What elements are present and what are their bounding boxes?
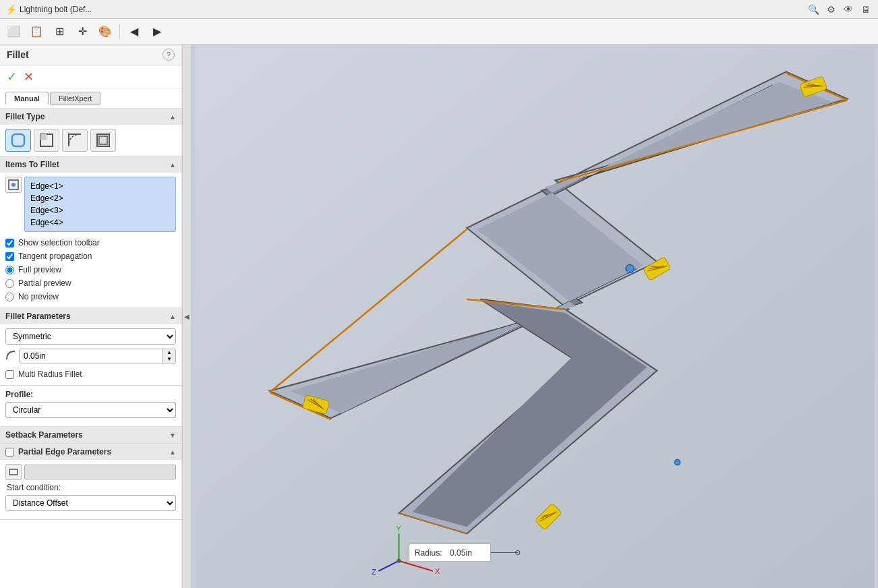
svg-text:Z: Z: [372, 568, 376, 576]
radius-input[interactable]: 0.05in: [19, 349, 163, 363]
edge-item-3[interactable]: Edge<4>: [28, 216, 173, 229]
next-btn[interactable]: ▶: [146, 22, 168, 42]
fillet-icon-0[interactable]: [5, 129, 31, 152]
toolbar: ⬜ 📋 ⊞ ✛ 🎨 ◀ ▶: [0, 19, 878, 45]
fillet-type-section: Fillet Type ▲: [0, 109, 181, 156]
search-icon[interactable]: 🔍: [807, 3, 820, 16]
no-preview-radio[interactable]: [5, 293, 14, 301]
edge-item-2[interactable]: Edge<3>: [28, 204, 173, 216]
partial-edge-content: Start condition: Distance Offset Vertex …: [0, 460, 181, 519]
edge-selector-icon[interactable]: [5, 177, 22, 193]
fillet-icon-2[interactable]: [62, 129, 88, 152]
radius-up[interactable]: ▲: [163, 349, 175, 356]
fillet-type-label: Fillet Type: [5, 112, 169, 121]
tab-row: Manual FilletXpert: [0, 89, 181, 109]
partial-input-row: [5, 464, 176, 480]
svg-rect-7: [9, 469, 18, 475]
svg-text:0.05in: 0.05in: [450, 548, 472, 558]
tangent-propagation-checkbox[interactable]: [5, 252, 14, 261]
profile-dropdown[interactable]: Circular Conic Rho Conic Radius Curvatur…: [5, 402, 176, 418]
fillet-type-dropdown[interactable]: Symmetric Asymmetric Variable Size Fille…: [5, 328, 176, 345]
edge-item-0[interactable]: Edge<1>: [28, 180, 173, 192]
partial-preview-label[interactable]: Partial preview: [18, 278, 71, 288]
tree-btn[interactable]: ⊞: [49, 22, 70, 42]
tangent-propagation-row: Tangent propagation: [5, 249, 176, 263]
partial-preview-row: Partial preview: [5, 276, 176, 290]
view-icon[interactable]: 👁: [842, 3, 855, 16]
fillet-icon-1[interactable]: [34, 129, 59, 152]
open-btn[interactable]: 📋: [26, 22, 47, 42]
tab-manual[interactable]: Manual: [5, 92, 49, 105]
fillet-type-icons: [0, 125, 181, 156]
fillet-parameters-section: Fillet Parameters ▲ Symmetric Asymmetric…: [0, 308, 181, 386]
confirm-button[interactable]: ✓: [7, 69, 17, 84]
full-preview-label[interactable]: Full preview: [18, 265, 61, 274]
partial-edge-label[interactable]: Partial Edge Parameters: [18, 447, 165, 457]
new-btn[interactable]: ⬜: [3, 22, 24, 42]
fillet-parameters-header[interactable]: Fillet Parameters ▲: [0, 308, 181, 324]
prev-btn[interactable]: ◀: [123, 22, 145, 42]
show-selection-checkbox[interactable]: [5, 239, 14, 247]
items-to-fillet-section: Items To Fillet ▲ Edge<1> Edge<2> Edge<3…: [0, 156, 181, 308]
edge-item-1[interactable]: Edge<2>: [28, 192, 173, 204]
start-condition-label: Start condition:: [5, 483, 176, 492]
partial-input-box[interactable]: [24, 465, 176, 479]
top-bar-icons: 🔍 ⚙ 👁 🖥: [807, 3, 873, 16]
radius-input-row: 0.05in ▲ ▼: [5, 349, 176, 363]
svg-point-6: [11, 183, 16, 187]
partial-preview-radio[interactable]: [5, 279, 14, 288]
snap-btn[interactable]: ✛: [71, 22, 93, 42]
items-to-fillet-label: Items To Fillet: [5, 160, 169, 169]
items-to-fillet-arrow: ▲: [169, 161, 176, 169]
profile-dropdown-row: Circular Conic Rho Conic Radius Curvatur…: [5, 402, 176, 418]
partial-edge-header: Partial Edge Parameters ▲: [0, 444, 181, 460]
full-preview-radio[interactable]: [5, 266, 14, 274]
top-bar-title: Lightning bolt (Def...: [20, 5, 92, 14]
profile-label: Profile:: [5, 390, 176, 399]
svg-text:X: X: [435, 567, 440, 575]
edges-list[interactable]: Edge<1> Edge<2> Edge<3> Edge<4>: [24, 177, 176, 232]
radius-icon: [5, 350, 16, 363]
tab-filletxpert[interactable]: FilletXpert: [50, 92, 101, 105]
panel-expander[interactable]: ◀: [182, 45, 192, 588]
profile-content: Profile: Circular Conic Rho Conic Radius…: [0, 386, 181, 426]
radius-spinners: ▲ ▼: [163, 349, 176, 363]
svg-point-37: [626, 264, 634, 272]
svg-text:Radius:: Radius:: [415, 548, 442, 558]
show-selection-label[interactable]: Show selection toolbar: [18, 238, 100, 247]
top-bar: ⚡ Lightning bolt (Def... 🔍 ⚙ 👁 🖥: [0, 0, 878, 19]
partial-edge-checkbox[interactable]: [5, 448, 14, 457]
setback-parameters-label: Setback Parameters: [5, 430, 169, 440]
tangent-propagation-label[interactable]: Tangent propagation: [18, 252, 92, 261]
start-condition-dropdown[interactable]: Distance Offset Vertex Percent: [5, 495, 176, 511]
no-preview-label[interactable]: No preview: [18, 292, 59, 301]
items-to-fillet-header[interactable]: Items To Fillet ▲: [0, 156, 181, 173]
settings-icon[interactable]: ⚙: [824, 3, 838, 16]
radius-down[interactable]: ▼: [163, 356, 175, 363]
fillet-icon-3[interactable]: [90, 129, 116, 152]
start-condition-dropdown-row: Distance Offset Vertex Percent: [5, 495, 176, 511]
multi-radius-checkbox[interactable]: [5, 370, 14, 379]
fillet-parameters-content: Symmetric Asymmetric Variable Size Fille…: [0, 324, 181, 385]
svg-text:Y: Y: [396, 525, 401, 533]
items-icon-row: Edge<1> Edge<2> Edge<3> Edge<4>: [5, 177, 176, 236]
setback-parameters-arrow: ▼: [169, 432, 176, 439]
cancel-button[interactable]: ✕: [24, 69, 34, 84]
fillet-type-header[interactable]: Fillet Type ▲: [0, 109, 181, 125]
full-preview-row: Full preview: [5, 263, 176, 276]
setback-parameters-header[interactable]: Setback Parameters ▼: [0, 427, 181, 443]
panel-expander-arrow: ◀: [184, 313, 189, 320]
multi-radius-label[interactable]: Multi Radius Fillet: [18, 370, 82, 379]
help-button[interactable]: ?: [163, 49, 175, 61]
left-panel: Fillet ? ✓ ✕ Manual FilletXpert Fillet T…: [0, 45, 182, 588]
panel-header: Fillet ?: [0, 45, 181, 65]
display-icon[interactable]: 🖥: [859, 3, 873, 16]
svg-point-36: [675, 460, 680, 465]
main-area: Fillet ? ✓ ✕ Manual FilletXpert Fillet T…: [0, 45, 878, 588]
svg-point-49: [397, 559, 401, 563]
viewport[interactable]: Radius: 0.05in X Y Z: [192, 45, 878, 588]
show-selection-row: Show selection toolbar: [5, 236, 176, 249]
color-btn[interactable]: 🎨: [94, 22, 116, 42]
lightning-icon: ⚡: [5, 4, 17, 15]
fillet-parameters-arrow: ▲: [169, 313, 176, 320]
